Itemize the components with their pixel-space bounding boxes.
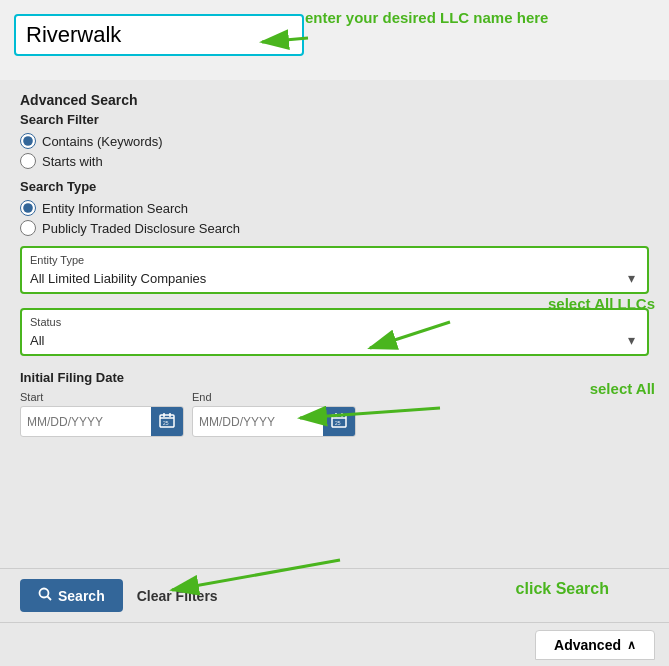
- svg-point-10: [40, 589, 49, 598]
- filter-contains-label: Contains (Keywords): [42, 134, 163, 149]
- search-type-group: Entity Information Search Publicly Trade…: [20, 200, 649, 236]
- search-input[interactable]: [16, 16, 302, 54]
- search-button[interactable]: Search: [20, 579, 123, 612]
- annotation-llc-name: enter your desired LLC name here: [305, 8, 655, 28]
- type-entity-radio[interactable]: [20, 200, 36, 216]
- advanced-search-title: Advanced Search: [20, 92, 649, 108]
- type-public[interactable]: Publicly Traded Disclosure Search: [20, 220, 649, 236]
- filing-date-section: Initial Filing Date Start: [20, 370, 649, 437]
- start-date-label: Start: [20, 391, 184, 403]
- start-date-field: Start 25: [20, 391, 184, 437]
- entity-type-label: Entity Type: [30, 254, 639, 266]
- calendar-icon: 25: [159, 412, 175, 431]
- search-type-section: Search Type Entity Information Search Pu…: [20, 179, 649, 236]
- advanced-btn-bar: Advanced ∧: [0, 622, 669, 666]
- annotation-click-search: click Search: [516, 580, 609, 598]
- status-select[interactable]: All Active Inactive: [30, 333, 639, 348]
- svg-text:25: 25: [335, 420, 341, 426]
- annotation-select-llcs: select All LLCs: [548, 295, 655, 312]
- start-date-wrapper: 25: [20, 406, 184, 437]
- filter-starts-with-label: Starts with: [42, 154, 103, 169]
- end-date-field: End 25: [192, 391, 356, 437]
- status-select-wrapper: All Active Inactive: [30, 332, 639, 348]
- search-icon: [38, 587, 52, 604]
- entity-type-select-wrapper: All Limited Liability Companies LLC Corp…: [30, 270, 639, 286]
- end-date-wrapper: 25: [192, 406, 356, 437]
- advanced-tab-button[interactable]: Advanced ∧: [535, 630, 655, 660]
- annotation-select-all: select All: [590, 380, 655, 397]
- search-type-label: Search Type: [20, 179, 649, 194]
- status-box: Status All Active Inactive: [20, 308, 649, 356]
- type-entity[interactable]: Entity Information Search: [20, 200, 649, 216]
- clear-filters-label: Clear Filters: [137, 588, 218, 604]
- search-button-label: Search: [58, 588, 105, 604]
- main-container: enter your desired LLC name here Advance…: [0, 0, 669, 666]
- start-date-input[interactable]: [21, 410, 151, 434]
- filter-starts-with-radio[interactable]: [20, 153, 36, 169]
- calendar-icon-end: 25: [331, 412, 347, 431]
- svg-line-11: [48, 597, 52, 601]
- search-filter-label: Search Filter: [20, 112, 649, 127]
- status-label: Status: [30, 316, 639, 328]
- end-date-input[interactable]: [193, 410, 323, 434]
- type-public-radio[interactable]: [20, 220, 36, 236]
- filing-date-title: Initial Filing Date: [20, 370, 649, 385]
- type-entity-label: Entity Information Search: [42, 201, 188, 216]
- filter-contains[interactable]: Contains (Keywords): [20, 133, 649, 149]
- entity-type-box: Entity Type All Limited Liability Compan…: [20, 246, 649, 294]
- search-input-wrapper: [14, 14, 304, 56]
- filter-contains-radio[interactable]: [20, 133, 36, 149]
- entity-type-select[interactable]: All Limited Liability Companies LLC Corp…: [30, 271, 639, 286]
- advanced-tab-label: Advanced: [554, 637, 621, 653]
- search-filter-group: Contains (Keywords) Starts with: [20, 133, 649, 169]
- filter-starts-with[interactable]: Starts with: [20, 153, 649, 169]
- end-date-label: End: [192, 391, 356, 403]
- svg-text:25: 25: [163, 420, 169, 426]
- date-row: Start 25: [20, 391, 649, 437]
- type-public-label: Publicly Traded Disclosure Search: [42, 221, 240, 236]
- start-calendar-button[interactable]: 25: [151, 407, 183, 436]
- end-calendar-button[interactable]: 25: [323, 407, 355, 436]
- chevron-up-icon: ∧: [627, 638, 636, 652]
- clear-filters-button[interactable]: Clear Filters: [137, 588, 218, 604]
